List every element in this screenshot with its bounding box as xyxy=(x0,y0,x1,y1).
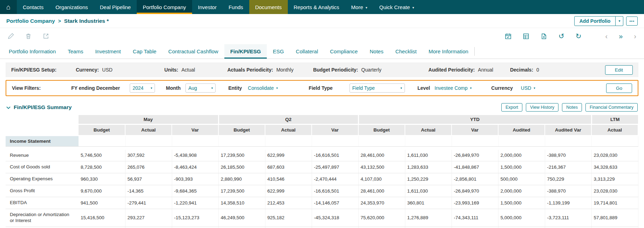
table-cell: 75,620,000 xyxy=(358,209,405,227)
filter-currency: Currency USD ▾ xyxy=(491,84,538,92)
calendar-icon[interactable] xyxy=(505,33,511,40)
chevron-down-icon: ▾ xyxy=(211,86,213,90)
breadcrumb-separator: > xyxy=(58,18,61,24)
nav-item-deal-pipeline[interactable]: Deal Pipeline xyxy=(94,0,137,14)
table-cell: -16,616,501 xyxy=(312,185,358,197)
nav-item-reports-analytics[interactable]: Reports & Analytics xyxy=(288,0,345,14)
ellipsis-icon: ••• xyxy=(629,19,635,23)
header-actions: Add Portfolio ▾ ••• xyxy=(574,16,638,26)
nav-item-contacts[interactable]: Contacts xyxy=(17,0,49,14)
month-select[interactable]: Aug ▾ xyxy=(185,83,216,93)
field-type-value: Field Type xyxy=(352,85,375,91)
table-cell: 17,239,500 xyxy=(218,150,265,161)
view-history-button[interactable]: View History xyxy=(526,103,558,112)
nav-item-portfolio-company[interactable]: Portfolio Company xyxy=(137,0,192,14)
fy-value: 2024 xyxy=(133,85,143,91)
chevron-right-icon[interactable]: › xyxy=(634,33,636,40)
filter-fy: FY ending December 2024 ▾ xyxy=(71,83,155,93)
nav-item-funds[interactable]: Funds xyxy=(223,0,249,14)
tab-contractual-cashflow[interactable]: Contractual Cashflow xyxy=(162,44,224,59)
field-value: USD xyxy=(102,67,113,73)
export-button[interactable]: Export xyxy=(501,103,522,112)
spreadsheet-icon[interactable] xyxy=(523,33,529,40)
tab-bar: Portfolio Information Teams Investment C… xyxy=(0,44,644,59)
column-header: Budget xyxy=(79,125,125,136)
go-button[interactable]: Go xyxy=(606,83,632,93)
field-type-select[interactable]: Field Type ▾ xyxy=(350,83,405,93)
spacer-cell xyxy=(6,147,638,150)
table-cell: 2,880,990 xyxy=(218,173,265,185)
table-cell: 687,603 xyxy=(265,161,312,173)
tab-compliance[interactable]: Compliance xyxy=(324,44,364,59)
popout-icon[interactable] xyxy=(43,33,49,39)
row-label: Depreciation or Amortization or Interest xyxy=(6,209,79,227)
tab-cap-table[interactable]: Cap Table xyxy=(127,44,162,59)
breadcrumb-parent[interactable]: Portfolio Company xyxy=(6,18,55,24)
level-value: Investee Comp xyxy=(435,85,468,91)
table-cell: 1,500,000 xyxy=(498,197,545,209)
edit-icon[interactable] xyxy=(8,33,14,39)
field-label: Audited Periodicity: xyxy=(428,67,475,73)
summary-title: Fin/KPI/ESG Summary xyxy=(14,104,72,110)
table-cell: 500,000 xyxy=(498,173,545,185)
document-add-icon[interactable] xyxy=(541,33,547,40)
tab-notes[interactable]: Notes xyxy=(364,44,389,59)
nav-item-quick-create[interactable]: Quick Create ▾ xyxy=(373,0,420,14)
collapse-chevron-icon[interactable] xyxy=(6,104,11,110)
tab-checklist[interactable]: Checklist xyxy=(389,44,423,59)
double-chevron-right-icon[interactable]: » xyxy=(619,33,623,40)
entity-select[interactable]: Consolidate ▾ xyxy=(245,84,280,92)
chevron-left-icon[interactable]: ‹ xyxy=(605,33,608,40)
nav-item-documents[interactable]: Documents xyxy=(249,0,288,14)
chevron-down-icon: ▾ xyxy=(366,6,367,9)
nav-item-investor[interactable]: Investor xyxy=(192,0,223,14)
table-cell xyxy=(218,136,265,147)
add-portfolio-button[interactable]: Add Portfolio xyxy=(574,16,616,26)
delete-icon[interactable] xyxy=(25,33,32,39)
row-label: Cost of Goods sold xyxy=(6,161,79,173)
table-cell: -2,470,444 xyxy=(312,173,358,185)
setup-field-audited-periodicity: Audited Periodicity: Annual xyxy=(428,67,493,73)
nav-item-organizations[interactable]: Organizations xyxy=(49,0,94,14)
filter-level: Level Investee Comp ▾ xyxy=(418,84,474,92)
currency-select[interactable]: USD ▾ xyxy=(518,84,538,92)
table-cell xyxy=(498,136,545,147)
home-icon: ⌂ xyxy=(6,3,11,11)
table-cell: 1,276,889 xyxy=(405,209,452,227)
notes-button[interactable]: Notes xyxy=(562,103,582,112)
tab-collateral[interactable]: Collateral xyxy=(290,44,324,59)
edit-button[interactable]: Edit xyxy=(605,65,633,75)
nav-item-more[interactable]: More ▾ xyxy=(345,0,373,14)
table-cell xyxy=(125,136,172,147)
column-header: Budget xyxy=(358,125,405,136)
tab-investment[interactable]: Investment xyxy=(89,44,127,59)
history-icon[interactable]: ↺ xyxy=(558,33,564,40)
tab-teams[interactable]: Teams xyxy=(62,44,89,59)
table-cell: 28,461,000 xyxy=(358,185,405,197)
fy-select[interactable]: 2024 ▾ xyxy=(130,83,155,93)
fy-label: FY ending December xyxy=(71,85,120,91)
table-row: EBITDA941,500-279,441-1,220,94114,358,51… xyxy=(6,197,638,209)
table-cell: -5,438,908 xyxy=(172,150,218,161)
tab-esg[interactable]: ESG xyxy=(267,44,290,59)
home-button[interactable]: ⌂ xyxy=(0,0,17,14)
table-cell: -26,849,970 xyxy=(452,150,498,161)
field-value: Quarterly xyxy=(361,67,382,73)
section-label: Income Statement xyxy=(6,136,79,147)
breadcrumb: Portfolio Company > Stark Industries * xyxy=(6,18,109,24)
group-header-ytd: YTD xyxy=(358,115,591,125)
sync-icon[interactable]: ↻ xyxy=(576,33,582,40)
table-cell: 265,076 xyxy=(125,161,172,173)
setup-bar: Fin/KPI/ESG Setup: Currency: USD Units: … xyxy=(6,62,638,77)
table-cell: 19,714,801 xyxy=(591,197,638,209)
tab-more-information[interactable]: More Information xyxy=(423,44,474,59)
column-header: Var xyxy=(452,125,498,136)
more-options-button[interactable]: ••• xyxy=(626,16,638,26)
level-label: Level xyxy=(418,85,430,91)
table-cell: -38,087,088 xyxy=(591,227,638,228)
add-portfolio-dropdown-button[interactable]: ▾ xyxy=(616,16,623,26)
tab-portfolio-information[interactable]: Portfolio Information xyxy=(3,44,62,59)
tab-fin-kpi-esg[interactable]: Fin/KPI/ESG xyxy=(224,44,267,59)
financial-commentary-button[interactable]: Financial Commentary xyxy=(585,103,638,112)
level-select[interactable]: Investee Comp ▾ xyxy=(432,84,474,92)
